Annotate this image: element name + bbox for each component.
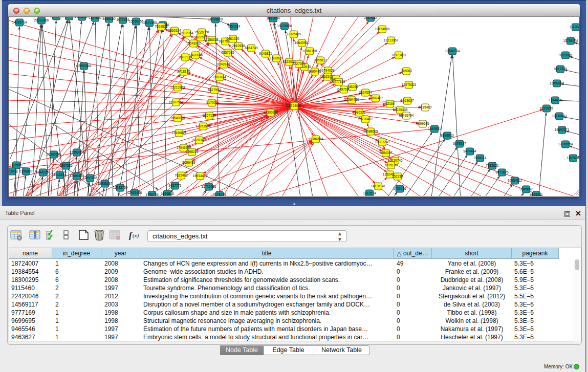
svg-text:16033809: 16033809 xyxy=(208,17,223,21)
svg-text:9227349: 9227349 xyxy=(554,67,567,71)
svg-text:17016554: 17016554 xyxy=(558,142,573,146)
svg-text:29053346: 29053346 xyxy=(77,64,92,68)
svg-text:3915411: 3915411 xyxy=(9,169,18,173)
svg-text:12942757: 12942757 xyxy=(36,170,51,174)
svg-text:19166827: 19166827 xyxy=(172,131,187,135)
svg-text:10853267: 10853267 xyxy=(75,17,90,18)
svg-text:10719155: 10719155 xyxy=(129,19,144,23)
svg-text:13495794: 13495794 xyxy=(399,114,414,117)
svg-text:20364436: 20364436 xyxy=(344,98,359,101)
svg-text:9397585: 9397585 xyxy=(59,164,73,167)
svg-text:18724007: 18724007 xyxy=(287,104,302,107)
svg-text:8471676: 8471676 xyxy=(495,170,509,174)
svg-text:9777169: 9777169 xyxy=(332,80,345,83)
svg-text:8186328: 8186328 xyxy=(205,38,219,41)
svg-text:1588520: 1588520 xyxy=(270,56,283,60)
svg-text:9699695: 9699695 xyxy=(416,122,429,125)
svg-text:1112043: 1112043 xyxy=(570,25,579,29)
svg-text:1733426: 1733426 xyxy=(393,187,406,190)
svg-text:12975115: 12975115 xyxy=(402,83,417,86)
svg-text:12213363: 12213363 xyxy=(170,85,185,89)
svg-text:2087682: 2087682 xyxy=(364,17,377,19)
svg-text:12213967: 12213967 xyxy=(384,38,399,42)
svg-text:10154808: 10154808 xyxy=(375,27,390,31)
svg-text:2069140: 2069140 xyxy=(62,17,76,18)
svg-text:10210643: 10210643 xyxy=(552,114,567,118)
svg-text:8813054: 8813054 xyxy=(267,17,280,20)
svg-text:19384554: 19384554 xyxy=(309,137,323,141)
svg-text:16782759: 16782759 xyxy=(113,186,128,189)
svg-text:9474444: 9474444 xyxy=(463,149,476,153)
svg-text:6794028: 6794028 xyxy=(321,69,335,72)
svg-text:2867608: 2867608 xyxy=(232,44,245,48)
svg-text:7955812: 7955812 xyxy=(314,58,327,62)
svg-text:10958187: 10958187 xyxy=(98,182,113,185)
svg-text:18807249: 18807249 xyxy=(375,140,390,144)
svg-text:9245652: 9245652 xyxy=(519,187,533,191)
svg-text:17957255: 17957255 xyxy=(83,176,98,180)
svg-text:17353594: 17353594 xyxy=(196,124,211,128)
svg-text:8099489: 8099489 xyxy=(182,161,195,164)
svg-text:3227509: 3227509 xyxy=(292,62,306,65)
svg-text:19218596: 19218596 xyxy=(277,24,292,28)
svg-text:6679197: 6679197 xyxy=(453,142,466,145)
svg-text:3624554: 3624554 xyxy=(359,91,372,94)
svg-text:1167534: 1167534 xyxy=(567,156,579,160)
svg-text:10654112: 10654112 xyxy=(508,179,522,182)
svg-text:15716485: 15716485 xyxy=(202,185,216,188)
svg-text:1244415: 1244415 xyxy=(549,98,562,102)
svg-text:5461320: 5461320 xyxy=(226,37,239,40)
svg-text:8427552: 8427552 xyxy=(208,88,221,92)
svg-text:8466160: 8466160 xyxy=(102,17,116,20)
svg-text:9393136: 9393136 xyxy=(179,55,192,59)
svg-text:1156829: 1156829 xyxy=(20,169,33,173)
svg-text:10688609: 10688609 xyxy=(363,129,378,133)
svg-text:8378342: 8378342 xyxy=(192,138,206,142)
svg-text:16640910: 16640910 xyxy=(295,41,310,45)
svg-text:1640951: 1640951 xyxy=(428,127,441,130)
svg-text:9115460: 9115460 xyxy=(419,105,432,109)
svg-text:15720407: 15720407 xyxy=(358,117,373,121)
svg-text:10025438: 10025438 xyxy=(393,108,408,112)
svg-text:7625402: 7625402 xyxy=(175,173,188,177)
svg-text:10973493: 10973493 xyxy=(391,53,406,57)
svg-text:9457771: 9457771 xyxy=(168,184,182,187)
svg-text:7986322: 7986322 xyxy=(353,111,366,114)
svg-text:7857685: 7857685 xyxy=(221,51,234,54)
svg-text:12923446: 12923446 xyxy=(127,191,142,194)
svg-text:8912954: 8912954 xyxy=(180,31,193,35)
svg-text:62160: 62160 xyxy=(385,102,395,105)
svg-text:8215955: 8215955 xyxy=(540,106,553,110)
svg-text:1463627: 1463627 xyxy=(401,99,414,102)
svg-text:15226058: 15226058 xyxy=(194,30,209,34)
svg-text:1795725: 1795725 xyxy=(145,193,159,196)
svg-text:9498222: 9498222 xyxy=(185,150,199,154)
svg-text:1905571: 1905571 xyxy=(50,17,63,18)
svg-text:9860124: 9860124 xyxy=(168,29,181,32)
svg-text:2718176: 2718176 xyxy=(177,70,190,73)
svg-text:(x): (x) xyxy=(133,232,139,239)
svg-text:10961768: 10961768 xyxy=(302,49,317,53)
svg-text:20691406: 20691406 xyxy=(34,18,49,22)
svg-text:18300295: 18300295 xyxy=(264,111,278,114)
svg-text:2935114: 2935114 xyxy=(474,156,487,160)
svg-text:1413614: 1413614 xyxy=(363,191,376,195)
svg-text:9242848: 9242848 xyxy=(217,62,230,66)
svg-text:16914479: 16914479 xyxy=(193,174,208,178)
svg-text:9146821: 9146821 xyxy=(259,52,272,55)
svg-text:1095818: 1095818 xyxy=(161,192,174,195)
svg-text:7663822: 7663822 xyxy=(155,25,168,28)
svg-text:9329966: 9329966 xyxy=(559,53,572,57)
svg-text:252214: 252214 xyxy=(392,174,403,178)
svg-text:1145194: 1145194 xyxy=(54,173,67,177)
svg-text:8454749: 8454749 xyxy=(245,46,258,50)
svg-text:16107552: 16107552 xyxy=(169,100,184,104)
svg-text:1071915: 1071915 xyxy=(116,18,129,21)
svg-text:10671355: 10671355 xyxy=(142,21,157,25)
svg-text:20206576: 20206576 xyxy=(47,152,61,156)
svg-text:2803144: 2803144 xyxy=(213,75,226,79)
svg-text:10807487: 10807487 xyxy=(368,96,383,100)
svg-text:746266: 746266 xyxy=(347,85,358,89)
svg-text:1435061: 1435061 xyxy=(10,163,23,167)
svg-text:17359924: 17359924 xyxy=(70,150,84,154)
